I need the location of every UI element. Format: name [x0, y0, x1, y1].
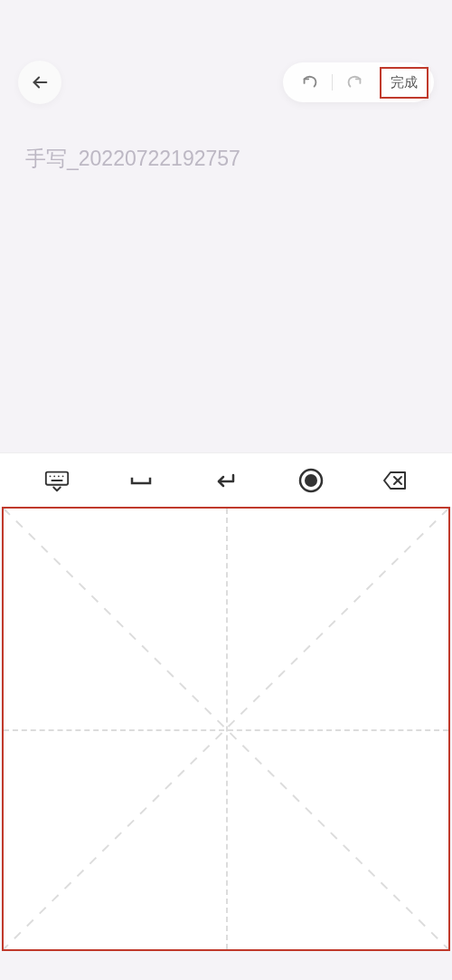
redo-button[interactable]	[333, 66, 376, 99]
toolbar: 完成	[283, 62, 434, 102]
grid-diagonals	[4, 509, 448, 949]
keyboard-icon	[43, 467, 71, 494]
back-button[interactable]	[18, 61, 61, 104]
undo-button[interactable]	[288, 66, 332, 99]
done-button[interactable]: 完成	[380, 67, 428, 99]
svg-point-8	[305, 474, 317, 487]
handwriting-grid	[4, 509, 448, 949]
undo-icon	[300, 72, 320, 92]
space-icon	[128, 468, 154, 493]
header: 完成	[0, 61, 452, 104]
record-icon	[298, 468, 324, 493]
title-placeholder: 手写_20220722192757	[25, 145, 427, 173]
backspace-icon	[381, 467, 409, 494]
arrow-left-icon	[30, 72, 50, 92]
backspace-button[interactable]	[373, 459, 417, 502]
input-toolbar	[0, 452, 452, 507]
svg-rect-1	[46, 471, 68, 484]
enter-button[interactable]	[204, 459, 248, 502]
record-button[interactable]	[289, 459, 333, 502]
title-area[interactable]: 手写_20220722192757	[25, 145, 427, 173]
enter-icon	[213, 468, 239, 493]
handwriting-area[interactable]	[2, 507, 450, 951]
keyboard-button[interactable]	[35, 459, 79, 502]
space-button[interactable]	[119, 459, 163, 502]
redo-icon	[344, 72, 364, 92]
